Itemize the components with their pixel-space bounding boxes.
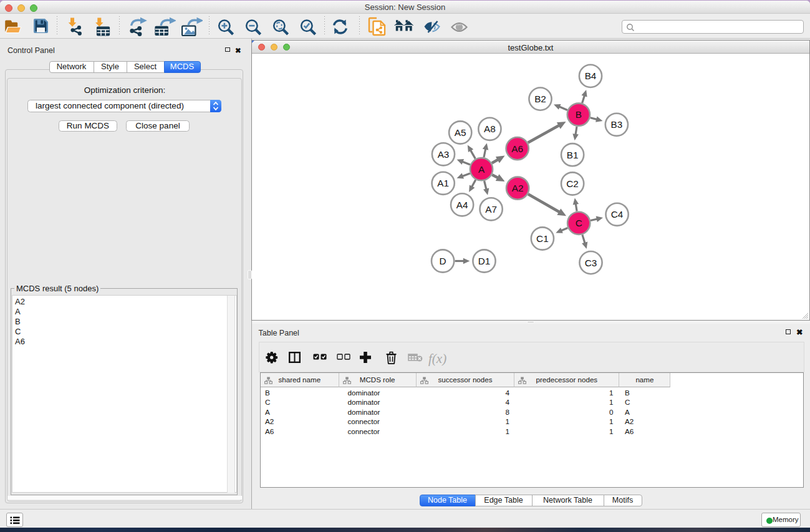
svg-text:A6: A6 — [511, 143, 523, 154]
svg-text:D1: D1 — [478, 256, 491, 266]
svg-text:A1: A1 — [437, 178, 449, 188]
svg-text:B4: B4 — [585, 70, 597, 81]
svg-text:A: A — [478, 164, 485, 175]
svg-text:B3: B3 — [611, 119, 623, 130]
svg-text:C1: C1 — [536, 233, 549, 244]
svg-text:A3: A3 — [438, 149, 450, 160]
svg-text:D: D — [440, 256, 446, 266]
svg-text:B2: B2 — [534, 94, 546, 104]
svg-text:B1: B1 — [567, 150, 579, 160]
svg-text:B: B — [576, 109, 582, 120]
svg-text:A8: A8 — [484, 123, 496, 134]
svg-text:A2: A2 — [512, 183, 524, 193]
svg-text:C4: C4 — [611, 209, 624, 220]
svg-text:A7: A7 — [485, 204, 497, 215]
svg-text:C3: C3 — [585, 258, 597, 268]
svg-text:C: C — [576, 218, 582, 228]
svg-text:A4: A4 — [456, 200, 468, 210]
svg-text:A5: A5 — [455, 127, 466, 138]
svg-text:C2: C2 — [566, 178, 579, 189]
